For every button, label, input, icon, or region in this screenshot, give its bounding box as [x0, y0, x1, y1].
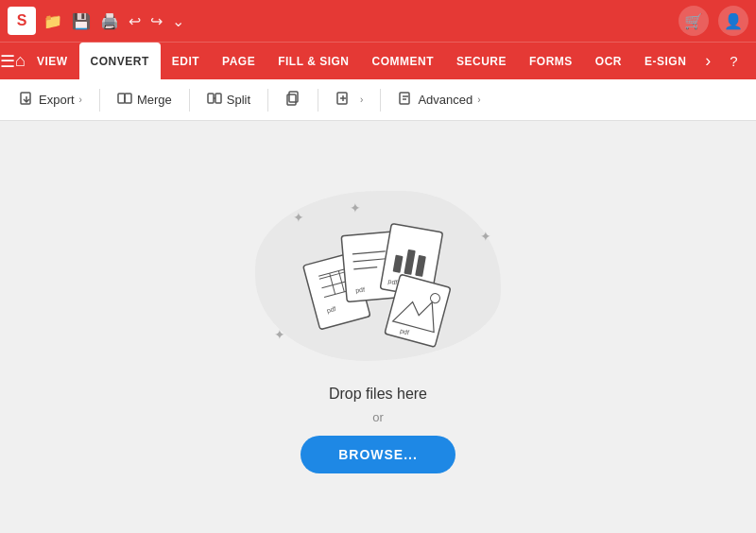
print-icon[interactable]: 🖨️ — [100, 12, 119, 30]
divider-5 — [380, 89, 381, 112]
main-content: ✦ ✦ ✦ ✦ pdf — [0, 121, 756, 533]
help-button[interactable]: ? — [718, 46, 748, 77]
svg-rect-1 — [118, 94, 125, 103]
redo-icon[interactable]: ↪ — [150, 12, 163, 30]
svg-rect-0 — [21, 93, 30, 104]
export-icon — [19, 91, 34, 109]
nav-item-esign[interactable]: E-SIGN — [633, 43, 697, 80]
merge-label: Merge — [137, 93, 172, 107]
merge-icon — [117, 91, 132, 109]
export-button[interactable]: Export › — [11, 87, 90, 112]
pdf-illustration: pdf pdf pdf — [284, 200, 472, 352]
nav-item-fill-sign[interactable]: FILL & SIGN — [266, 43, 360, 80]
split-label: Split — [227, 93, 250, 107]
home-button[interactable]: ⌂ — [15, 43, 26, 80]
advanced-icon — [398, 91, 413, 109]
nav-item-edit[interactable]: EDIT — [161, 43, 211, 80]
nav-item-view[interactable]: VIEW — [26, 43, 79, 80]
top-bar: S 📁 💾 🖨️ ↩ ↪ ⌄ 🛒 👤 — [0, 0, 756, 42]
nav-item-forms[interactable]: FORMS — [518, 43, 584, 80]
top-bar-right: 🛒 👤 — [679, 6, 748, 36]
open-icon[interactable]: 📁 — [43, 12, 62, 30]
nav-item-convert[interactable]: CONVERT — [79, 43, 161, 80]
copy-icon — [285, 91, 301, 109]
divider-1 — [99, 89, 100, 112]
or-text: or — [372, 410, 384, 424]
export-label: Export — [39, 93, 75, 107]
svg-rect-3 — [208, 94, 214, 103]
nav-items: VIEW CONVERT EDIT PAGE FILL & SIGN COMME… — [26, 43, 718, 80]
toolbar: Export › Merge Split — [0, 79, 756, 121]
save-icon[interactable]: 💾 — [72, 12, 91, 30]
create-button[interactable]: › — [328, 87, 370, 112]
copy-button[interactable] — [278, 87, 308, 112]
dropdown-icon[interactable]: ⌄ — [172, 12, 184, 30]
blob-container: ✦ ✦ ✦ ✦ pdf — [246, 181, 510, 370]
nav-more-button[interactable]: › — [697, 51, 718, 71]
app-logo[interactable]: S — [8, 7, 36, 35]
split-icon — [207, 91, 222, 109]
nav-item-comment[interactable]: COMMENT — [360, 43, 445, 80]
nav-bar: ☰ ⌂ VIEW CONVERT EDIT PAGE FILL & SIGN C… — [0, 42, 756, 79]
sparkle-4: ✦ — [293, 210, 304, 225]
split-button[interactable]: Split — [199, 87, 258, 112]
drop-text: Drop files here — [329, 386, 427, 403]
divider-3 — [267, 89, 268, 112]
top-bar-icons: 📁 💾 🖨️ ↩ ↪ ⌄ — [43, 12, 679, 30]
cart-button[interactable]: 🛒 — [679, 6, 709, 36]
sparkle-1: ✦ — [350, 200, 361, 215]
sparkle-3: ✦ — [274, 327, 285, 342]
merge-button[interactable]: Merge — [110, 87, 180, 112]
svg-rect-2 — [125, 94, 131, 103]
browse-button[interactable]: BROWSE... — [301, 436, 455, 473]
advanced-chevron: › — [477, 95, 480, 105]
export-chevron: › — [79, 95, 82, 105]
sparkle-2: ✦ — [480, 229, 491, 244]
nav-item-page[interactable]: PAGE — [211, 43, 266, 80]
advanced-button[interactable]: Advanced › — [390, 87, 488, 112]
create-icon — [335, 91, 351, 109]
user-button[interactable]: 👤 — [718, 6, 748, 36]
svg-rect-4 — [215, 94, 221, 103]
drop-zone[interactable]: ✦ ✦ ✦ ✦ pdf — [246, 181, 510, 473]
nav-item-secure[interactable]: SECURE — [445, 43, 518, 80]
undo-icon[interactable]: ↩ — [129, 12, 141, 30]
divider-2 — [189, 89, 190, 112]
hamburger-button[interactable]: ☰ — [0, 43, 15, 80]
create-chevron: › — [360, 95, 363, 105]
settings-button[interactable]: ⚙ — [752, 46, 756, 77]
advanced-label: Advanced — [418, 93, 472, 107]
svg-rect-8 — [400, 93, 409, 104]
divider-4 — [318, 89, 318, 112]
nav-right: ? ⚙ — [718, 46, 756, 77]
nav-item-ocr[interactable]: OCR — [584, 43, 633, 80]
